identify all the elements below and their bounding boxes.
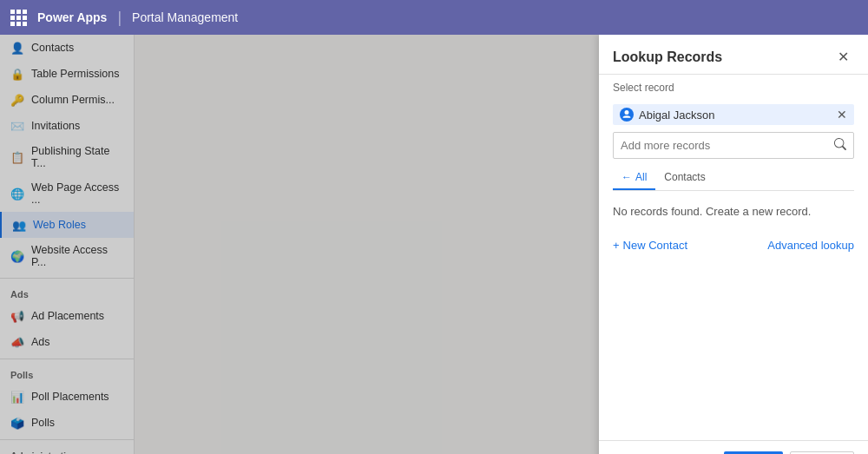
lookup-subtitle: Select record	[599, 75, 868, 101]
tag-remove-button[interactable]: ✕	[837, 108, 847, 122]
advanced-lookup-button[interactable]: Advanced lookup	[767, 239, 854, 252]
lookup-footer: Add Cancel	[599, 440, 868, 454]
filter-tab-contacts[interactable]: Contacts	[655, 166, 713, 190]
app-name: Power Apps	[37, 10, 107, 24]
new-contact-button[interactable]: + New Contact	[613, 239, 687, 252]
lookup-titlebar: Lookup Records ✕	[599, 35, 868, 75]
plus-icon: +	[613, 239, 620, 252]
lookup-search-button[interactable]	[827, 133, 853, 158]
app-grid-icon[interactable]	[10, 10, 27, 26]
selected-contact-name: Abigal Jackson	[639, 109, 832, 122]
no-records-message: No records found. Create a new record.	[599, 191, 868, 232]
search-icon	[834, 138, 846, 150]
lookup-title: Lookup Records	[613, 49, 722, 65]
selected-tag-area: Abigal Jackson ✕	[613, 104, 854, 125]
separator: |	[117, 9, 122, 27]
lookup-search	[613, 132, 854, 159]
main-layout: 👤 Contacts 🔒 Table Permissions 🔑 Column …	[0, 35, 868, 454]
portal-name: Portal Management	[132, 10, 238, 24]
lookup-search-input[interactable]	[614, 134, 827, 157]
lookup-close-button[interactable]: ✕	[832, 47, 854, 67]
user-icon	[622, 110, 631, 119]
lookup-links: + New Contact Advanced lookup	[599, 232, 868, 259]
close-icon: ✕	[838, 49, 849, 64]
tag-user-icon	[620, 108, 634, 122]
top-bar: Power Apps | Portal Management	[0, 0, 868, 35]
lookup-filter-tabs: ← All Contacts	[613, 166, 854, 191]
filter-tab-all[interactable]: ← All	[613, 166, 655, 190]
back-arrow-icon: ←	[621, 171, 632, 183]
lookup-panel: Lookup Records ✕ Select record Abigal Ja…	[599, 35, 868, 454]
